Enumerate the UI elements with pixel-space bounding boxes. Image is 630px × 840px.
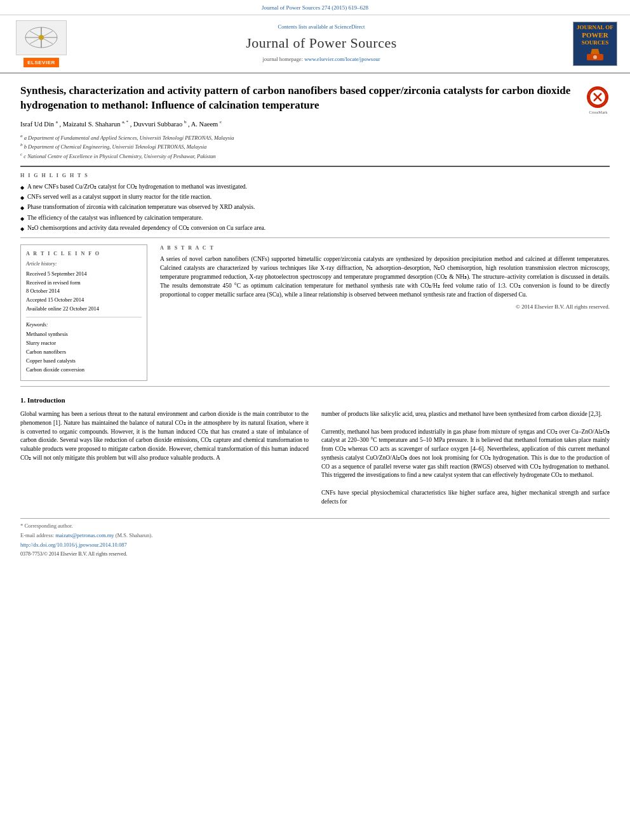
intro-text-right: number of products like salicylic acid, … bbox=[321, 410, 610, 506]
science-direct-label: Contents lists available at ScienceDirec… bbox=[70, 23, 573, 31]
journal-reference-bar: Journal of Power Sources 274 (2015) 619–… bbox=[0, 0, 630, 15]
right-logo-line1: JOURNAL OF bbox=[577, 24, 613, 31]
accepted-date: Accepted 15 October 2014 bbox=[26, 297, 142, 304]
highlight-item-1: ◆ A new CNFs based Cu/ZrO₂ catalyst for … bbox=[20, 183, 610, 191]
keyword-3: Carbon nanofibers bbox=[26, 349, 142, 356]
highlight-item-2: ◆ CNFs served well as a catalyst support… bbox=[20, 193, 610, 201]
article-info-box: A R T I C L E I N F O Article history: R… bbox=[20, 244, 147, 380]
intro-text-left: Global warming has been a serious threat… bbox=[20, 410, 309, 463]
elsevier-badge: ELSEVIER bbox=[23, 58, 59, 67]
keywords-title: Keywords: bbox=[26, 321, 142, 328]
journal-homepage-line: journal homepage: www.elsevier.com/locat… bbox=[70, 56, 573, 63]
main-content: Synthesis, characterization and activity… bbox=[0, 74, 630, 571]
keyword-5: Carbon dioxide conversion bbox=[26, 366, 142, 374]
science-direct-name[interactable]: ScienceDirect bbox=[335, 23, 365, 30]
journal-center-info: Contents lists available at ScienceDirec… bbox=[70, 23, 573, 63]
authors-line: Israf Ud Din a , Maizatul S. Shaharun a,… bbox=[20, 119, 610, 129]
bullet-5: ◆ bbox=[20, 225, 24, 232]
abstract-col: A B S T R A C T A series of novel carbon… bbox=[160, 244, 610, 380]
intro-col-left: Global warming has been a serious threat… bbox=[20, 410, 309, 506]
article-title-section: Synthesis, characterization and activity… bbox=[20, 84, 610, 113]
bullet-2: ◆ bbox=[20, 194, 24, 201]
affiliation-a: a a Department of Fundamental and Applie… bbox=[20, 133, 610, 142]
crossmark-logo: CrossMark bbox=[587, 86, 610, 109]
crossmark-circle bbox=[587, 86, 608, 108]
revised-date: 8 October 2014 bbox=[26, 288, 142, 295]
keyword-1: Methanol synthesis bbox=[26, 331, 142, 338]
right-logo-icon bbox=[586, 49, 605, 63]
online-date: Available online 22 October 2014 bbox=[26, 305, 142, 313]
author-comma2: , Duvvuri Subbarao bbox=[130, 120, 184, 127]
intro-columns: Global warming has been a serious threat… bbox=[20, 410, 610, 506]
history-title: Article history: bbox=[26, 260, 142, 267]
abstract-bottom-divider bbox=[20, 386, 610, 387]
svg-point-8 bbox=[593, 55, 597, 59]
journal-title: Journal of Power Sources bbox=[70, 34, 573, 53]
bullet-1: ◆ bbox=[20, 184, 24, 191]
journal-homepage-url[interactable]: www.elsevier.com/locate/jpowsour bbox=[304, 56, 380, 62]
svg-marker-7 bbox=[591, 49, 600, 54]
issn-line: 0378-7753/© 2014 Elsevier B.V. All right… bbox=[20, 550, 610, 557]
crossmark-label: CrossMark bbox=[587, 109, 610, 115]
abstract-text: A series of novel carbon nanofibers (CNF… bbox=[160, 255, 610, 299]
highlight-item-4: ◆ The efficiency of the catalyst was inf… bbox=[20, 214, 610, 222]
info-abstract-section: A R T I C L E I N F O Article history: R… bbox=[20, 244, 610, 380]
abstract-section: A B S T R A C T A series of novel carbon… bbox=[160, 244, 610, 311]
received-date: Received 5 September 2014 bbox=[26, 270, 142, 278]
right-logo-line3: SOURCES bbox=[582, 39, 609, 46]
author-comma3: , A. Naeem bbox=[188, 120, 220, 127]
article-info-label: A R T I C L E I N F O bbox=[26, 250, 142, 257]
highlight-item-5: ◆ N₂O chemisorptions and activity data r… bbox=[20, 224, 610, 232]
bullet-3: ◆ bbox=[20, 204, 24, 211]
page-footer: * Corresponding author. E-mail address: … bbox=[20, 518, 610, 558]
elsevier-logo-section: ELSEVIER bbox=[13, 20, 70, 67]
revised-label: Received in revised form bbox=[26, 279, 142, 287]
bullet-4: ◆ bbox=[20, 215, 24, 222]
elsevier-image bbox=[16, 20, 67, 55]
highlights-divider bbox=[20, 237, 610, 238]
svg-point-5 bbox=[39, 35, 44, 40]
affiliation-b: b b Department of Chemical Engineering, … bbox=[20, 142, 610, 151]
author-israf: Israf Ud Din bbox=[20, 120, 56, 127]
corresponding-author-note: * Corresponding author. bbox=[20, 523, 610, 530]
journal-right-logo: JOURNAL OF POWER SOURCES bbox=[573, 22, 617, 66]
copyright-line: © 2014 Elsevier B.V. All rights reserved… bbox=[160, 303, 610, 311]
keyword-2: Slurry reactor bbox=[26, 340, 142, 347]
article-title: Synthesis, characterization and activity… bbox=[20, 84, 579, 113]
journal-header: ELSEVIER Contents lists available at Sci… bbox=[0, 15, 630, 74]
intro-title: 1. Introduction bbox=[20, 396, 610, 405]
email-address[interactable]: maizats@petronas.com.my bbox=[55, 532, 114, 538]
author-comma1: , Maizatul S. Shaharun bbox=[59, 120, 122, 127]
affiliation-c: c c National Centre of Excellence in Phy… bbox=[20, 151, 610, 161]
intro-col-right: number of products like salicylic acid, … bbox=[321, 410, 610, 506]
highlights-label: H I G H L I G H T S bbox=[20, 172, 610, 179]
elsevier-tree-icon bbox=[22, 25, 60, 50]
email-line: E-mail address: maizats@petronas.com.my … bbox=[20, 532, 610, 540]
info-inner-divider bbox=[26, 317, 142, 317]
highlight-item-3: ◆ Phase transformation of zirconia with … bbox=[20, 203, 610, 211]
keyword-4: Copper based catalysts bbox=[26, 357, 142, 365]
right-logo-line2: POWER bbox=[582, 31, 608, 39]
introduction-section: 1. Introduction Global warming has been … bbox=[20, 396, 610, 507]
abstract-label: A B S T R A C T bbox=[160, 244, 610, 251]
power-icon bbox=[586, 49, 605, 62]
crossmark-icon bbox=[589, 88, 607, 106]
main-divider bbox=[20, 166, 610, 167]
journal-reference-text: Journal of Power Sources 274 (2015) 619–… bbox=[262, 4, 368, 11]
doi-link[interactable]: http://dx.doi.org/10.1016/j.jpowsour.201… bbox=[20, 542, 610, 549]
highlights-section: H I G H L I G H T S ◆ A new CNFs based C… bbox=[20, 172, 610, 233]
affiliations: a a Department of Fundamental and Applie… bbox=[20, 133, 610, 161]
article-info-col: A R T I C L E I N F O Article history: R… bbox=[20, 244, 147, 380]
